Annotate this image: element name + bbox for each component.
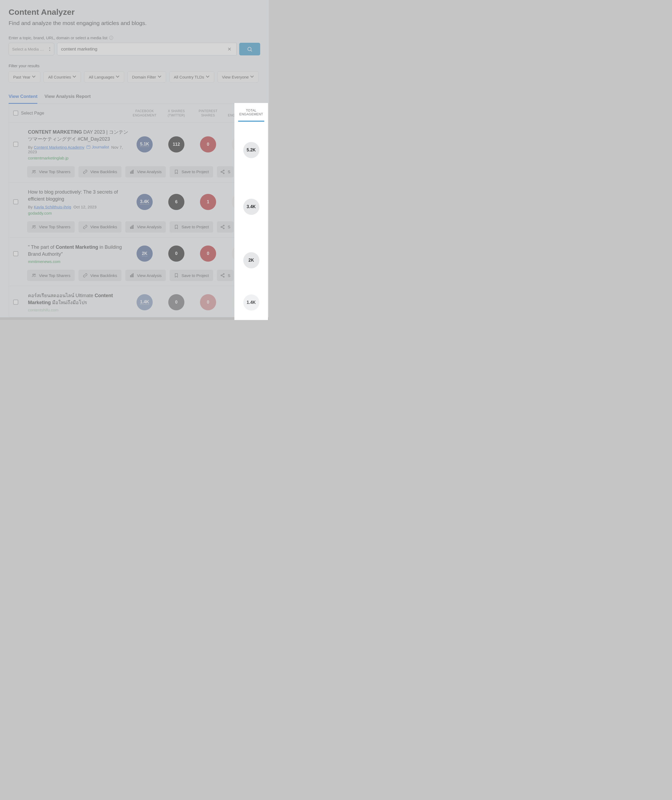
row-checkbox[interactable] — [13, 199, 18, 204]
metric-total[interactable]: 2K — [232, 245, 248, 261]
view-top-sharers-button[interactable]: View Top Sharers — [27, 166, 75, 178]
svg-rect-25 — [131, 274, 132, 277]
result-domain[interactable]: godaddy.com — [28, 211, 129, 215]
svg-line-1 — [251, 50, 252, 51]
media-list-select[interactable]: Select a Media … ▲▼ — [9, 43, 54, 55]
svg-line-30 — [222, 274, 223, 275]
save-to-project-button[interactable]: Save to Project — [170, 270, 213, 281]
metric-facebook[interactable]: 2K — [136, 245, 153, 261]
metric-x[interactable]: 0 — [168, 245, 184, 261]
filter-country-tlds[interactable]: All Country TLDs — [170, 71, 214, 83]
metric-x[interactable]: 112 — [168, 136, 184, 152]
filter-past-year[interactable]: Past Year — [9, 71, 40, 83]
journalist-badge[interactable]: Journalist — [86, 145, 109, 149]
chevron-down-icon — [73, 75, 76, 79]
row-checkbox[interactable] — [13, 251, 18, 256]
svg-point-3 — [34, 170, 35, 171]
column-facebook[interactable]: FACEBOOK ENGAGEMENT — [129, 109, 160, 117]
results-table: Select Page FACEBOOK ENGAGEMENT X SHARES… — [9, 104, 260, 317]
view-backlinks-button[interactable]: View Backlinks — [78, 221, 122, 232]
clear-icon[interactable]: ✕ — [226, 46, 232, 52]
svg-rect-4 — [130, 172, 131, 173]
filter-all-countries[interactable]: All Countries — [43, 71, 81, 83]
select-all-checkbox[interactable] — [13, 111, 18, 115]
metric-facebook[interactable]: 1.4K — [136, 294, 153, 310]
view-analysis-button[interactable]: View Analysis — [125, 221, 166, 232]
filter-label: Domain Filter — [132, 75, 156, 79]
metric-total[interactable]: 5.2K — [232, 136, 248, 152]
view-analysis-button[interactable]: View Analysis — [125, 270, 166, 281]
search-button[interactable] — [239, 43, 260, 55]
metric-total[interactable]: 3.4K — [232, 194, 248, 210]
metric-x[interactable]: 0 — [168, 294, 184, 310]
table-row: คอร์สเรียนสดออนไลน์ Ultimate Content Mar… — [9, 286, 260, 317]
search-icon — [247, 46, 253, 52]
result-title[interactable]: CONTENT MARKETING DAY 2023 | コンテンツマーケティン… — [28, 128, 129, 143]
result-byline: By Content Marketing Academy Journalist … — [28, 145, 129, 154]
metric-total[interactable]: 1.4K — [232, 294, 248, 310]
bookmark-icon — [174, 169, 179, 174]
filter-domain[interactable]: Domain Filter — [127, 71, 166, 83]
tab-view-analysis-report[interactable]: View Analysis Report — [44, 91, 91, 104]
column-total-engagement[interactable]: TOTAL ENGAGEMENT — [224, 109, 256, 117]
link-icon — [83, 169, 88, 174]
share-icon — [220, 224, 225, 229]
column-x-twitter[interactable]: X SHARES (TWITTER) — [160, 109, 192, 117]
view-top-sharers-button[interactable]: View Top Sharers — [27, 270, 75, 281]
svg-rect-26 — [133, 274, 133, 277]
result-domain[interactable]: contentmarketinglab.jp — [28, 156, 129, 160]
svg-point-23 — [34, 274, 35, 275]
filter-label: All Languages — [89, 75, 114, 79]
save-to-project-button[interactable]: Save to Project — [170, 166, 213, 178]
svg-point-22 — [33, 274, 34, 275]
link-icon — [83, 224, 88, 229]
row-checkbox[interactable] — [13, 300, 18, 305]
table-row: " The part of Content Marketing in Build… — [9, 238, 260, 286]
people-icon — [32, 224, 36, 229]
share-button[interactable]: S — [217, 270, 234, 281]
share-button[interactable]: S — [217, 221, 234, 232]
view-backlinks-button[interactable]: View Backlinks — [78, 166, 122, 178]
tab-view-content[interactable]: View Content — [9, 91, 37, 104]
metric-pinterest[interactable]: 1 — [200, 194, 216, 210]
metric-facebook[interactable]: 3.4K — [136, 194, 153, 210]
svg-line-11 — [222, 172, 223, 173]
search-input[interactable] — [61, 46, 226, 52]
save-to-project-button[interactable]: Save to Project — [170, 221, 213, 232]
svg-point-2 — [33, 170, 34, 172]
metric-pinterest[interactable]: 0 — [200, 136, 216, 152]
svg-rect-24 — [130, 275, 131, 277]
info-icon[interactable]: i — [109, 36, 113, 40]
metric-pinterest[interactable]: 0 — [200, 245, 216, 261]
result-title[interactable]: " The part of Content Marketing in Build… — [28, 244, 129, 258]
column-pinterest[interactable]: PINTEREST SHARES — [192, 109, 224, 117]
metric-pinterest[interactable]: 0 — [200, 294, 216, 310]
result-domain[interactable]: contentshifu.com — [28, 308, 129, 312]
page-title: Content Analyzer — [9, 8, 260, 17]
svg-point-12 — [33, 226, 34, 227]
filter-label: View Everyone — [222, 75, 249, 79]
svg-rect-6 — [133, 170, 133, 173]
metric-facebook[interactable]: 5.1K — [136, 136, 153, 152]
chevron-down-icon — [158, 75, 162, 79]
row-checkbox[interactable] — [13, 142, 18, 147]
author-link[interactable]: Content Marketing Academy — [34, 145, 85, 149]
svg-rect-15 — [131, 226, 132, 229]
chart-icon — [130, 224, 134, 229]
journalist-icon — [86, 146, 90, 149]
view-top-sharers-button[interactable]: View Top Sharers — [27, 221, 75, 232]
result-domain[interactable]: mmtimenews.com — [28, 259, 129, 264]
bookmark-icon — [174, 273, 179, 278]
author-link[interactable]: Kayla Schilthuis-ihrig — [34, 205, 71, 209]
chevron-down-icon — [32, 75, 36, 79]
svg-rect-5 — [131, 171, 132, 173]
result-title[interactable]: How to blog productively: The 3 secrets … — [28, 189, 129, 202]
share-button[interactable]: S — [217, 166, 234, 178]
view-backlinks-button[interactable]: View Backlinks — [78, 270, 122, 281]
filter-view-everyone[interactable]: View Everyone — [218, 71, 259, 83]
filter-all-languages[interactable]: All Languages — [84, 71, 124, 83]
share-icon — [220, 169, 225, 174]
metric-x[interactable]: 6 — [168, 194, 184, 210]
view-analysis-button[interactable]: View Analysis — [125, 166, 166, 178]
result-title[interactable]: คอร์สเรียนสดออนไลน์ Ultimate Content Mar… — [28, 292, 129, 306]
